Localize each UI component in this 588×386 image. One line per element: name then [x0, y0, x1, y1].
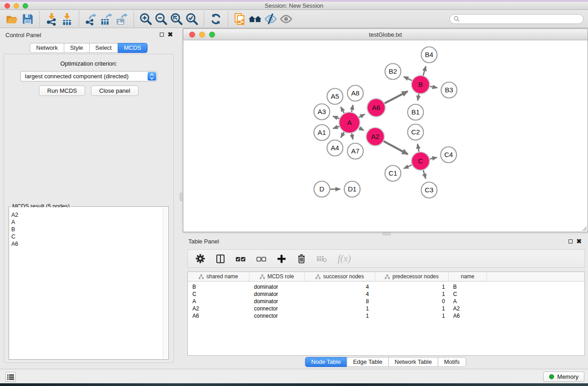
resize-grip-icon[interactable]: [581, 225, 587, 231]
export-table-button[interactable]: [99, 11, 114, 27]
tab-node-table[interactable]: Node Table: [305, 357, 347, 367]
import-table-button[interactable]: [59, 11, 75, 27]
tab-edge-table[interactable]: Edge Table: [347, 357, 389, 367]
column-header-shared-name[interactable]: shared name: [188, 272, 249, 281]
graph-edge-A-A6[interactable]: [359, 114, 365, 117]
close-panel-button[interactable]: Close panel: [91, 86, 139, 96]
zoom-in-button[interactable]: [138, 11, 153, 27]
import-network-icon: [45, 12, 58, 26]
tab-mcds[interactable]: MCDS: [118, 43, 148, 53]
run-mcds-button[interactable]: Run MCDS: [39, 86, 85, 96]
graph-edge-A-A3[interactable]: [333, 116, 339, 119]
delete-column-button[interactable]: [296, 254, 306, 264]
refresh-view-button[interactable]: [208, 11, 224, 27]
column-header-successor-nodes[interactable]: successor nodes: [305, 272, 375, 281]
vertical-splitter-handle[interactable]: [180, 193, 182, 201]
mcds-result-scrollbar[interactable]: [163, 207, 168, 359]
function-builder-button[interactable]: f(x): [338, 253, 351, 264]
column-header-mcds-role[interactable]: MCDS role: [249, 272, 305, 281]
network-overview-button[interactable]: [232, 11, 248, 27]
graph-edge-A-A2[interactable]: [359, 128, 363, 130]
deselect-all-button[interactable]: [256, 254, 267, 264]
graph-edge-B-B4[interactable]: [423, 66, 426, 75]
column-type-icon: [199, 274, 204, 279]
close-table-panel-icon[interactable]: ✖: [576, 239, 582, 243]
table-cell: B: [449, 284, 487, 290]
graph-edge-A-A5[interactable]: [341, 107, 344, 113]
tab-select[interactable]: Select: [89, 43, 118, 53]
graph-edge-C-C4[interactable]: [430, 157, 437, 159]
close-panel-icon[interactable]: ✖: [167, 32, 173, 37]
table-row[interactable]: Adominator80A: [188, 298, 584, 305]
mcds-result-item[interactable]: A6: [10, 240, 163, 248]
table-cell: 1: [375, 291, 449, 297]
task-history-button[interactable]: [5, 372, 16, 382]
column-type-icon: [385, 274, 390, 279]
float-table-panel-icon[interactable]: [569, 239, 573, 243]
toggle-columns-button[interactable]: [215, 254, 225, 264]
export-network-button[interactable]: [83, 11, 99, 27]
graph-edge-A-A7[interactable]: [352, 133, 353, 140]
graph-edge-B-B3[interactable]: [430, 86, 437, 88]
mcds-result-item[interactable]: C: [10, 233, 163, 240]
criterion-dropdown[interactable]: largest connected component (directed): [20, 71, 157, 81]
mcds-result-item[interactable]: B: [10, 226, 163, 233]
minimize-window-button[interactable]: [14, 3, 19, 9]
memory-button[interactable]: Memory: [543, 372, 584, 382]
search-input[interactable]: [462, 16, 579, 22]
zoom-fit-button[interactable]: [169, 11, 184, 27]
table-row[interactable]: A6connector11A6: [188, 312, 584, 319]
column-header-predecessor-nodes[interactable]: predecessor nodes: [375, 272, 449, 281]
show-graphics-details-button[interactable]: [278, 11, 294, 27]
hide-graphics-details-button[interactable]: [263, 11, 278, 27]
window-titlebar[interactable]: Session: New Session: [0, 2, 588, 10]
column-settings-button[interactable]: [195, 253, 206, 264]
select-all-button[interactable]: [235, 254, 246, 264]
home-button[interactable]: [248, 11, 263, 27]
minimize-network-button[interactable]: [199, 32, 205, 38]
graph-edge-B-B1[interactable]: [418, 94, 419, 100]
export-image-button[interactable]: [114, 11, 129, 27]
mcds-result-group: MCDS result (5 nodes) A2ABCA6: [9, 206, 169, 360]
table-row[interactable]: Cdominator41C: [188, 291, 584, 298]
graph-edge-A-A8[interactable]: [352, 105, 353, 112]
tab-motifs[interactable]: Motifs: [438, 357, 466, 367]
tab-network-table[interactable]: Network Table: [388, 357, 438, 367]
close-network-button[interactable]: [189, 32, 195, 38]
network-window-title: testGlobe.txt: [183, 31, 588, 38]
mcds-result-item[interactable]: A: [10, 219, 163, 226]
search-field[interactable]: [449, 14, 583, 24]
column-header-name[interactable]: name: [449, 272, 487, 281]
graph-edge-A2-C[interactable]: [383, 141, 407, 154]
mcds-result-list[interactable]: A2ABCA6: [10, 207, 163, 359]
table-row[interactable]: A2connector11A2: [188, 305, 584, 312]
network-graph[interactable]: B4B2BB3A5A8A6A3B1AA1C2A2A4A7C4CC1C3DD1: [183, 40, 588, 232]
graph-edge-C-C1[interactable]: [404, 165, 412, 168]
tab-network[interactable]: Network: [30, 43, 64, 53]
graph-edge-B-B2[interactable]: [404, 76, 412, 81]
graph-edge-C-C2[interactable]: [417, 144, 419, 152]
import-network-button[interactable]: [44, 11, 59, 27]
mcds-result-item[interactable]: A2: [10, 211, 163, 219]
table-row[interactable]: Bdominator41B: [188, 283, 584, 291]
graph-edge-A-A1[interactable]: [333, 126, 339, 129]
table-panel-tabs: Node Table Edge Table Network Table Moti…: [305, 357, 466, 367]
float-panel-icon[interactable]: [160, 33, 164, 37]
table-cell: A6: [449, 313, 487, 319]
zoom-selected-button[interactable]: [184, 11, 200, 27]
memory-status-icon: [549, 374, 554, 379]
zoom-network-button[interactable]: [209, 32, 215, 38]
tab-style[interactable]: Style: [64, 43, 90, 53]
add-column-button[interactable]: [277, 254, 287, 264]
network-canvas[interactable]: B4B2BB3A5A8A6A3B1AA1C2A2A4A7C4CC1C3DD1: [183, 40, 588, 232]
network-window-titlebar[interactable]: testGlobe.txt: [183, 29, 588, 40]
close-window-button[interactable]: [5, 3, 10, 9]
delete-table-button[interactable]: [316, 254, 328, 263]
zoom-out-button[interactable]: [153, 11, 169, 27]
graph-edge-A-A4[interactable]: [341, 132, 344, 138]
save-session-button[interactable]: [20, 11, 35, 27]
open-session-button[interactable]: [5, 11, 20, 27]
graph-edge-C-C3[interactable]: [423, 170, 425, 178]
graph-edge-A6-B[interactable]: [385, 91, 408, 104]
zoom-window-button[interactable]: [23, 3, 28, 9]
